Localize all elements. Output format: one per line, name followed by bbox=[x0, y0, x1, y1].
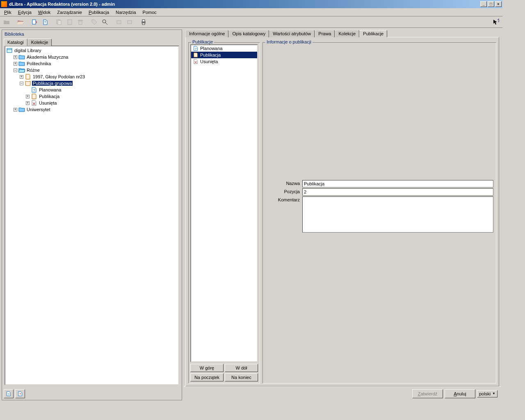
tree-label[interactable]: 1997, Głosy Podolan nr23 bbox=[32, 74, 86, 79]
move-down-button[interactable]: W dół bbox=[225, 364, 258, 372]
tool-copy-icon[interactable] bbox=[54, 18, 64, 27]
language-combo[interactable]: polski ▼ bbox=[477, 390, 498, 397]
cancel-button[interactable]: Anuluj bbox=[445, 389, 475, 398]
tool-box1-icon[interactable] bbox=[114, 18, 124, 27]
tab-collections[interactable]: Kolekcje bbox=[27, 39, 52, 46]
expand-toggle[interactable]: + bbox=[26, 95, 30, 98]
rtab-rights[interactable]: Prawa bbox=[315, 30, 335, 37]
folder-icon bbox=[18, 106, 25, 113]
tool-open-icon[interactable] bbox=[16, 18, 25, 27]
menu-publication[interactable]: Publikacja bbox=[85, 9, 112, 16]
svg-text:?: ? bbox=[33, 88, 35, 92]
tree-node[interactable]: + Akademia Muzyczna bbox=[6, 54, 178, 60]
svg-text:?: ? bbox=[195, 47, 197, 51]
expand-toggle[interactable]: + bbox=[14, 62, 17, 66]
rtab-catalog-desc[interactable]: Opis katalogowy bbox=[228, 30, 269, 37]
tree-node[interactable]: − Publikacja grupowa bbox=[6, 80, 178, 87]
rtab-attributes[interactable]: Wartości atrybutów bbox=[269, 30, 315, 37]
tree-node[interactable]: − Różne bbox=[6, 67, 178, 73]
tree-label[interactable]: Usunięta bbox=[38, 100, 57, 105]
tree-label[interactable]: digital Library bbox=[14, 48, 42, 53]
title-bar: dLibra - Aplikacja Redaktora (version 2.… bbox=[0, 0, 502, 8]
list-item-label: Publikacja bbox=[200, 52, 221, 57]
menu-view[interactable]: Widok bbox=[35, 9, 54, 16]
planned-icon: ? bbox=[31, 87, 37, 93]
menu-tools[interactable]: Narzędzia bbox=[112, 9, 139, 16]
move-top-button[interactable]: Na początek bbox=[190, 373, 224, 381]
expand-toggle[interactable]: + bbox=[20, 75, 23, 79]
svg-rect-3 bbox=[58, 21, 61, 25]
expand-toggle[interactable]: + bbox=[14, 55, 17, 59]
list-item-planned[interactable]: ? Planowana bbox=[191, 45, 257, 52]
tool-tag-icon[interactable] bbox=[89, 18, 99, 27]
collapse-toggle[interactable]: − bbox=[20, 82, 23, 85]
expand-toggle[interactable]: + bbox=[14, 108, 17, 112]
svg-text:?: ? bbox=[498, 19, 499, 23]
tree-node[interactable]: + Publikacja bbox=[6, 93, 178, 100]
goto-button[interactable] bbox=[15, 389, 25, 398]
tree-label[interactable]: Różne bbox=[26, 68, 41, 73]
publications-listbox[interactable]: ? Planowana Publikacja Usunięta bbox=[190, 44, 258, 362]
folder-icon bbox=[18, 60, 25, 67]
tree-node[interactable]: + Usunięta bbox=[6, 100, 178, 106]
tool-new-folder-icon[interactable] bbox=[2, 18, 11, 27]
list-item-deleted[interactable]: Usunięta bbox=[191, 58, 257, 65]
svg-rect-9 bbox=[142, 20, 145, 22]
tree-label-selected[interactable]: Publikacja grupowa bbox=[32, 81, 73, 86]
app-icon bbox=[1, 1, 7, 7]
menu-file[interactable]: Plik bbox=[1, 9, 15, 16]
comment-textarea[interactable] bbox=[302, 196, 493, 233]
tool-search-icon[interactable] bbox=[100, 18, 110, 27]
tree-node[interactable]: + Uniwersytet bbox=[6, 106, 178, 113]
tool-print-icon[interactable] bbox=[139, 18, 148, 27]
help-button[interactable]: ? bbox=[4, 389, 14, 398]
close-button[interactable]: × bbox=[495, 1, 502, 7]
rtab-publications[interactable]: Publikacje bbox=[359, 30, 387, 37]
tool-new-planned-icon[interactable]: ? bbox=[40, 18, 50, 27]
rtab-general[interactable]: Informacje ogólne bbox=[185, 30, 228, 37]
svg-point-5 bbox=[103, 20, 106, 23]
tree-node[interactable]: ? Planowana bbox=[6, 87, 178, 93]
tree-label[interactable]: Uniwersytet bbox=[26, 107, 51, 112]
name-input[interactable] bbox=[302, 180, 493, 187]
svg-rect-4 bbox=[68, 20, 72, 25]
minimize-button[interactable]: _ bbox=[480, 1, 487, 7]
tool-delete-icon[interactable] bbox=[75, 18, 85, 27]
publications-group: ? Planowana Publikacja Usunięta bbox=[188, 42, 260, 383]
info-column: Nazwa Pozycja Komentarz bbox=[262, 40, 496, 383]
rtab-collections[interactable]: Kolekcje bbox=[335, 30, 359, 37]
tool-help-pointer-icon[interactable]: ? bbox=[491, 18, 501, 27]
maximize-button[interactable]: □ bbox=[488, 1, 494, 7]
confirm-button[interactable]: Zatwierdź bbox=[412, 389, 443, 398]
tree-label[interactable]: Publikacja bbox=[38, 94, 60, 99]
svg-rect-10 bbox=[142, 23, 145, 25]
tab-catalogs[interactable]: Katalogi bbox=[4, 39, 27, 46]
list-item-publication[interactable]: Publikacja bbox=[191, 52, 257, 58]
tree-label[interactable]: Politechnika bbox=[26, 61, 52, 66]
catalog-tree[interactable]: digital Library + Akademia Muzyczna + Po… bbox=[5, 46, 179, 385]
tree-label[interactable]: Akademia Muzyczna bbox=[26, 55, 69, 59]
tool-paste-icon[interactable] bbox=[65, 18, 75, 27]
menu-bar: Plik Edycja Widok Zarządzanie Publikacja… bbox=[0, 8, 502, 16]
tree-node[interactable]: + 1997, Głosy Podolan nr23 bbox=[6, 73, 178, 80]
comment-label: Komentarz bbox=[265, 196, 302, 233]
tree-node[interactable]: + Politechnika bbox=[6, 60, 178, 67]
menu-edit[interactable]: Edycja bbox=[15, 9, 35, 16]
list-item-label: Usunięta bbox=[200, 59, 218, 64]
move-bottom-button[interactable]: Na koniec bbox=[225, 373, 258, 381]
menu-manage[interactable]: Zarządzanie bbox=[54, 9, 85, 16]
collapse-toggle[interactable]: − bbox=[14, 68, 17, 72]
svg-rect-7 bbox=[128, 21, 132, 24]
footer-bar: Zatwierdź Anuluj polski ▼ bbox=[184, 386, 501, 400]
position-input[interactable] bbox=[302, 188, 493, 196]
tool-box2-icon[interactable] bbox=[125, 18, 135, 27]
tree-node-root[interactable]: digital Library bbox=[6, 47, 178, 54]
name-label: Nazwa bbox=[265, 180, 302, 187]
move-up-button[interactable]: W górę bbox=[190, 364, 224, 372]
tool-new-publication-icon[interactable] bbox=[30, 18, 39, 27]
publications-column: ? Planowana Publikacja Usunięta bbox=[188, 40, 260, 383]
tree-label[interactable]: Planowana bbox=[38, 87, 62, 92]
expand-toggle[interactable]: + bbox=[26, 101, 30, 105]
menu-help[interactable]: Pomoc bbox=[139, 9, 160, 16]
library-pane: Biblioteka Katalogi Kolekcje digital Lib… bbox=[2, 30, 182, 400]
